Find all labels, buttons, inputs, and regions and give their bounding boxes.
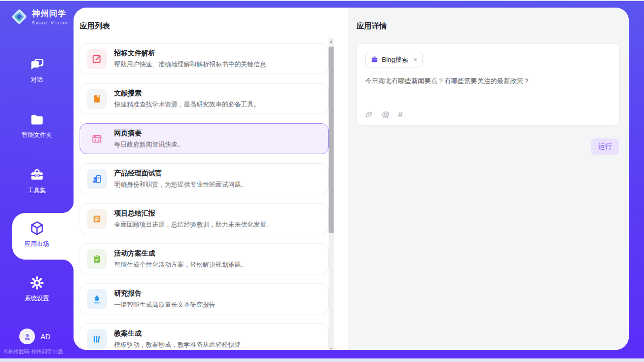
app-name: 研究报告 [114, 289, 216, 298]
brand-name: 神州问学 [32, 9, 68, 19]
book-icon [91, 93, 102, 104]
cube-icon [29, 220, 45, 236]
paperclip-icon[interactable] [365, 111, 373, 119]
list-scrollbar[interactable]: ▲ ▼ [329, 38, 334, 350]
sidebar-item-app-market[interactable]: 应用市场 [0, 220, 74, 248]
app-detail-title: 应用详情 [356, 21, 629, 31]
pen-square-icon [91, 53, 102, 64]
query-input[interactable]: 今日湖北有哪些新闻要点？有哪些需要关注的最新政策？ [365, 76, 611, 86]
gear-icon [29, 275, 45, 291]
tool-tag-bing-search[interactable]: Bing搜索 × [365, 52, 423, 67]
app-desc: 明确身份和职责，为您提供专业性的面试问题。 [114, 180, 247, 189]
user-name: AD [41, 333, 50, 341]
tool-tag-label: Bing搜索 [382, 55, 408, 64]
brand-subtitle: Smart Vision [32, 20, 68, 25]
sidebar-item-label: 工具集 [28, 186, 46, 195]
app-card-literature-search[interactable]: 文献搜索 快速精准查找学术资源，提高研究效率的必备工具。 [80, 83, 329, 114]
app-desc: 每日政府新闻资讯快查。 [114, 140, 184, 149]
app-desc: 智能生成个性化活动方案，轻松解决规划难题。 [114, 261, 247, 269]
app-desc: 快速精准查找学术资源，提高研究效率的必备工具。 [114, 100, 260, 109]
scroll-down-icon[interactable]: ▼ [329, 345, 334, 350]
hash-icon[interactable]: # [398, 110, 402, 119]
app-card-project-summary[interactable]: 项目总结汇报 全面回顾项目进展，总结经验教训，助力未来优化发展。 [80, 203, 329, 234]
run-button[interactable]: 运行 [591, 138, 619, 155]
sidebar-item-chat[interactable]: 对话 [0, 57, 74, 84]
prompt-card[interactable]: Bing搜索 × 今日湖北有哪些新闻要点？有哪些需要关注的最新政策？ @ # [356, 43, 620, 126]
app-card-research-report[interactable]: 研究报告 一键智能生成高质量长文本研究报告 [80, 283, 329, 314]
sidebar-item-toolset[interactable]: 工具集 [0, 167, 74, 195]
person-doc-icon [91, 173, 102, 185]
ink-drop-icon [91, 294, 102, 305]
app-card-bid-parse[interactable]: 招标文件解析 帮助用户快速、准确地理解和解析招标书中的关键信息 [80, 43, 329, 74]
app-card-pm-interviewer[interactable]: 产品经理面试官 明确身份和职责，为您提供专业性的面试问题。 [80, 163, 329, 194]
app-name: 文献搜索 [114, 89, 260, 98]
note-icon [91, 213, 102, 225]
user-account[interactable]: AD [19, 329, 50, 344]
app-list-title: 应用列表 [80, 21, 348, 31]
scrollbar-thumb[interactable] [329, 47, 334, 233]
person-icon [23, 332, 32, 341]
app-card-web-summary[interactable]: 网页摘要 每日政府新闻资讯快查。 [80, 123, 329, 154]
copyright-footer: ©神州数码·神州问学出品 [4, 348, 63, 355]
brand-logo: 神州问学 Smart Vision [10, 8, 68, 26]
toolbox-icon [29, 167, 45, 183]
app-desc: 模板驱动，教案秒成，教学准备从此轻松快捷 [114, 341, 241, 349]
app-desc: 一键智能生成高质量长文本研究报告 [114, 301, 216, 309]
browser-code-icon [91, 133, 102, 144]
close-icon[interactable]: × [413, 56, 417, 63]
clipboard-check-icon [91, 254, 102, 265]
app-name: 招标文件解析 [114, 49, 266, 58]
sidebar-item-label: 应用市场 [25, 240, 49, 248]
briefcase-icon [371, 56, 378, 63]
diamond-logo-icon [10, 8, 28, 26]
sidebar-item-label: 系统设置 [25, 294, 49, 303]
sidebar: 神州问学 Smart Vision 对话 智能文件夹 [0, 1, 74, 358]
app-list-panel: 应用列表 招标文件解析 帮助用户快速、准确地理解和解析招标书中的关键信息 [74, 8, 348, 350]
sidebar-item-label: 智能文件夹 [22, 131, 52, 139]
app-card-event-plan[interactable]: 活动方案生成 智能生成个性化活动方案，轻松解决规划难题。 [80, 243, 329, 274]
sidebar-item-settings[interactable]: 系统设置 [0, 275, 74, 303]
main-content: 应用列表 招标文件解析 帮助用户快速、准确地理解和解析招标书中的关键信息 [74, 8, 629, 350]
avatar [19, 329, 35, 344]
books-icon [91, 334, 102, 345]
app-name: 活动方案生成 [114, 249, 247, 258]
app-name: 教案生成 [114, 329, 241, 338]
app-detail-panel: 应用详情 Bing搜索 × 今日湖北有哪些新闻要点？有哪些需要关注的最新政策？ [348, 8, 629, 350]
app-name: 项目总结汇报 [114, 209, 273, 218]
chat-icon [29, 57, 45, 72]
app-name: 产品经理面试官 [114, 169, 247, 178]
app-desc: 帮助用户快速、准确地理解和解析招标书中的关键信息 [114, 60, 266, 69]
app-desc: 全面回顾项目进展，总结经验教训，助力未来优化发展。 [114, 221, 273, 229]
folder-icon [29, 112, 45, 127]
app-card-lesson-plan[interactable]: 教案生成 模板驱动，教案秒成，教学准备从此轻松快捷 [80, 323, 329, 350]
sidebar-item-label: 对话 [31, 76, 43, 84]
at-icon[interactable]: @ [382, 110, 389, 119]
sidebar-item-smart-folders[interactable]: 智能文件夹 [0, 112, 74, 139]
app-name: 网页摘要 [114, 129, 184, 138]
scroll-up-icon[interactable]: ▲ [329, 38, 334, 45]
